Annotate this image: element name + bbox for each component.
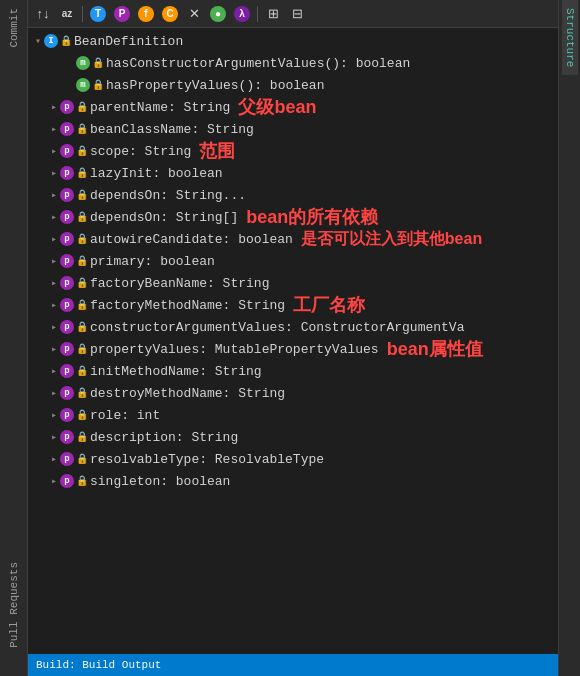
p-badge-9: p [60, 232, 74, 246]
collapse-button[interactable]: ⊟ [286, 3, 308, 25]
tree-row-3[interactable]: p 🔒 parentName: String 父级bean [28, 96, 558, 118]
node-text-7: dependsOn: String... [90, 188, 246, 203]
arrow-4[interactable] [48, 123, 60, 135]
arrow-6[interactable] [48, 167, 60, 179]
arrow-12[interactable] [48, 299, 60, 311]
filter-t-button[interactable]: T [87, 3, 109, 25]
p-badge-7: p [60, 188, 74, 202]
arrow-11[interactable] [48, 277, 60, 289]
arrow-16[interactable] [48, 387, 60, 399]
arrow-13[interactable] [48, 321, 60, 333]
tree-row-15[interactable]: p 🔒 initMethodName: String [28, 360, 558, 382]
lock-19: 🔒 [76, 453, 88, 465]
arrow-14[interactable] [48, 343, 60, 355]
tree-row-17[interactable]: p 🔒 role: int [28, 404, 558, 426]
sort-asc-button[interactable]: ↑↓ [32, 3, 54, 25]
filter-p-button[interactable]: P [111, 3, 133, 25]
lock-18: 🔒 [76, 431, 88, 443]
tree-row-11[interactable]: p 🔒 factoryBeanName: String [28, 272, 558, 294]
node-text-16: destroyMethodName: String [90, 386, 285, 401]
filter-lambda-button[interactable]: λ [231, 3, 253, 25]
tree-row-root[interactable]: I 🔒 BeanDefinition [28, 30, 558, 52]
tree-row-1[interactable]: m 🔒 hasConstructorArgumentValues(): bool… [28, 52, 558, 74]
sidebar-tab-commit[interactable]: Commit [4, 0, 24, 56]
sidebar-tab-pull-requests[interactable]: Pull Requests [4, 554, 24, 656]
tree-row-8[interactable]: p 🔒 dependsOn: String[] bean的所有依赖 [28, 206, 558, 228]
p-badge-19: p [60, 452, 74, 466]
tree-row-20[interactable]: p 🔒 singleton: boolean [28, 470, 558, 492]
filter-x-button[interactable]: ✕ [183, 3, 205, 25]
tree-row-5[interactable]: p 🔒 scope: String 范围 [28, 140, 558, 162]
p-badge-12: p [60, 298, 74, 312]
arrow-5[interactable] [48, 145, 60, 157]
arrow-10[interactable] [48, 255, 60, 267]
node-text-1: hasConstructorArgumentValues(): boolean [106, 56, 410, 71]
arrow-root[interactable] [32, 35, 44, 47]
p-badge-10: p [60, 254, 74, 268]
lock-12: 🔒 [76, 299, 88, 311]
arrow-19[interactable] [48, 453, 60, 465]
root-badge: I [44, 34, 58, 48]
filter-f-button[interactable]: f [135, 3, 157, 25]
tree-row-12[interactable]: p 🔒 factoryMethodName: String 工厂名称 [28, 294, 558, 316]
arrow-7[interactable] [48, 189, 60, 201]
arrow-8[interactable] [48, 211, 60, 223]
arrow-18[interactable] [48, 431, 60, 443]
tree-row-18[interactable]: p 🔒 description: String [28, 426, 558, 448]
p-badge-3: p [60, 100, 74, 114]
tree-row-14[interactable]: p 🔒 propertyValues: MutablePropertyValue… [28, 338, 558, 360]
t-icon: T [90, 6, 106, 22]
sort-az-button[interactable]: az [56, 3, 78, 25]
tree-row-13[interactable]: p 🔒 constructorArgumentValues: Construct… [28, 316, 558, 338]
lock-15: 🔒 [76, 365, 88, 377]
lock-10: 🔒 [76, 255, 88, 267]
tree-row-9[interactable]: p 🔒 autowireCandidate: boolean 是否可以注入到其他… [28, 228, 558, 250]
tree-row-16[interactable]: p 🔒 destroyMethodName: String [28, 382, 558, 404]
node-text-9: autowireCandidate: boolean [90, 232, 293, 247]
tree-row-19[interactable]: p 🔒 resolvableType: ResolvableType [28, 448, 558, 470]
lock-icon-root: 🔒 [60, 35, 72, 47]
lambda-icon: λ [234, 6, 250, 22]
p-badge-11: p [60, 276, 74, 290]
tree-row-7[interactable]: p 🔒 dependsOn: String... [28, 184, 558, 206]
bottom-bar: Build: Build Output [28, 654, 558, 676]
m-badge-2: m [76, 78, 90, 92]
sidebar-tab-structure[interactable]: Structure [562, 0, 578, 75]
p-icon: P [114, 6, 130, 22]
p-badge-14: p [60, 342, 74, 356]
node-text-15: initMethodName: String [90, 364, 262, 379]
f-icon: f [138, 6, 154, 22]
node-text-8: dependsOn: String[] [90, 210, 238, 225]
annotation-factory: 工厂名称 [293, 293, 365, 317]
p-badge-16: p [60, 386, 74, 400]
arrow-15[interactable] [48, 365, 60, 377]
tree-row-4[interactable]: p 🔒 beanClassName: String [28, 118, 558, 140]
annotation-dependson: bean的所有依赖 [246, 205, 378, 229]
o-icon: ● [210, 6, 226, 22]
collapse-icon: ⊟ [292, 6, 303, 21]
node-text-14: propertyValues: MutablePropertyValues [90, 342, 379, 357]
left-sidebar: Commit Pull Requests [0, 0, 28, 676]
filter-c-button[interactable]: C [159, 3, 181, 25]
lock-13: 🔒 [76, 321, 88, 333]
tree-view[interactable]: I 🔒 BeanDefinition m 🔒 hasConstructorArg… [28, 28, 558, 654]
p-badge-18: p [60, 430, 74, 444]
lock-14: 🔒 [76, 343, 88, 355]
lock-9: 🔒 [76, 233, 88, 245]
main-content: ↑↓ az T P f C ✕ ● λ ⊞ ⊟ [28, 0, 558, 676]
node-text-4: beanClassName: String [90, 122, 254, 137]
tree-row-6[interactable]: p 🔒 lazyInit: boolean [28, 162, 558, 184]
arrow-17[interactable] [48, 409, 60, 421]
arrow-20[interactable] [48, 475, 60, 487]
node-text-5: scope: String [90, 144, 191, 159]
arrow-3[interactable] [48, 101, 60, 113]
tree-row-10[interactable]: p 🔒 primary: boolean [28, 250, 558, 272]
node-text-19: resolvableType: ResolvableType [90, 452, 324, 467]
node-text-20: singleton: boolean [90, 474, 230, 489]
expand-button[interactable]: ⊞ [262, 3, 284, 25]
tree-row-2[interactable]: m 🔒 hasPropertyValues(): boolean [28, 74, 558, 96]
arrow-9[interactable] [48, 233, 60, 245]
c-icon: C [162, 6, 178, 22]
lock-8: 🔒 [76, 211, 88, 223]
filter-o-button[interactable]: ● [207, 3, 229, 25]
